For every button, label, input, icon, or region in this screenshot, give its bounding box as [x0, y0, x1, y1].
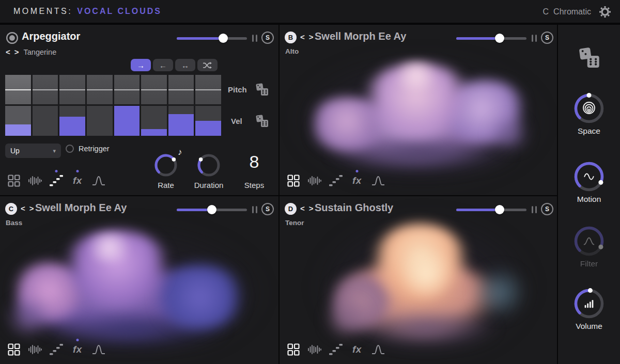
- direction-forward-button[interactable]: →: [131, 59, 151, 71]
- voice-b-badge[interactable]: B: [285, 31, 297, 43]
- tab-waveform-icon[interactable]: [28, 173, 42, 188]
- next-preset-button[interactable]: >: [14, 48, 19, 56]
- rate-knob[interactable]: [153, 153, 178, 178]
- voice-c-solo-button[interactable]: S: [261, 203, 274, 215]
- top-bar-right: C Chromatic: [543, 0, 612, 24]
- pitch-step-1[interactable]: [5, 75, 31, 104]
- volume-bars-icon: [582, 297, 596, 310]
- voice-b-solo-button[interactable]: S: [541, 31, 553, 44]
- tab-main-grid-icon[interactable]: [286, 342, 301, 357]
- rate-label: Rate: [158, 181, 174, 189]
- voice-b-part-label: Alto: [285, 48, 299, 55]
- direction-pingpong-button[interactable]: ↔: [175, 59, 195, 71]
- tab-arpeggiator-stairs-icon[interactable]: [329, 173, 343, 188]
- pitch-step-2[interactable]: [33, 75, 58, 104]
- voice-b-preset-name[interactable]: Swell Morph Ee Ay: [315, 30, 406, 42]
- voice-d-solo-button[interactable]: S: [541, 203, 553, 215]
- tab-waveform-icon[interactable]: [28, 342, 42, 357]
- tab-fx-icon[interactable]: fx: [350, 173, 364, 188]
- note-sync-icon[interactable]: ♪: [178, 147, 182, 157]
- arp-direction-buttons: → ← ↔: [131, 59, 218, 71]
- pitch-step-7[interactable]: [168, 75, 194, 104]
- velocity-lane: [5, 106, 221, 136]
- randomize-pitch-dice-icon[interactable]: [255, 83, 269, 99]
- retrigger-toggle[interactable]: Retrigger: [66, 145, 110, 153]
- direction-random-button[interactable]: [197, 59, 218, 71]
- tab-waveform-icon[interactable]: [307, 342, 322, 357]
- vel-step-6[interactable]: [141, 106, 167, 136]
- vel-step-8[interactable]: [195, 106, 221, 136]
- filter-knob[interactable]: [573, 225, 605, 257]
- fx-enabled-dot: [76, 170, 79, 172]
- voice-a-solo-button[interactable]: S: [261, 31, 274, 44]
- duration-knob[interactable]: [196, 153, 221, 178]
- voice-d-preset-name[interactable]: Sustain Ghostly: [315, 202, 393, 214]
- cloud-blob: [396, 250, 457, 297]
- voice-d-page-tabs: fx: [286, 342, 385, 357]
- voice-c-badge[interactable]: C: [5, 203, 17, 215]
- pitch-lane-label: Pitch: [228, 85, 247, 94]
- next-preset-button[interactable]: >: [29, 204, 34, 213]
- voice-c-level-slider[interactable]: [177, 205, 247, 214]
- vel-step-3[interactable]: [59, 106, 85, 136]
- arp-preset-name[interactable]: Tangerine: [24, 48, 57, 56]
- voice-c-preset-name[interactable]: Swell Morph Ee Ay: [35, 202, 127, 214]
- tab-envelope-icon[interactable]: [91, 342, 106, 357]
- voice-d-level-slider[interactable]: [456, 205, 526, 214]
- tab-main-grid-icon[interactable]: [7, 342, 21, 357]
- arp-mode-dropdown[interactable]: Up ▾: [5, 144, 61, 158]
- randomize-all-dice-icon[interactable]: [577, 46, 601, 72]
- arp-mode-value: Up: [10, 147, 53, 155]
- tab-envelope-icon[interactable]: [91, 173, 106, 188]
- tab-fx-icon[interactable]: fx: [70, 342, 85, 357]
- vel-step-7[interactable]: [168, 106, 194, 136]
- space-knob[interactable]: [573, 92, 605, 124]
- voice-a-indicator-icon[interactable]: [6, 31, 19, 46]
- voice-c-part-label: Bass: [6, 219, 22, 227]
- pitch-step-5[interactable]: [114, 75, 140, 104]
- duration-label: Duration: [194, 181, 224, 189]
- retrigger-label: Retrigger: [79, 145, 110, 153]
- pitch-step-8[interactable]: [195, 75, 221, 104]
- tab-envelope-icon[interactable]: [371, 342, 385, 357]
- preset-pack-title: VOCAL CLOUDS: [77, 7, 162, 16]
- pitch-step-6[interactable]: [141, 75, 167, 104]
- tab-main-grid-icon[interactable]: [286, 173, 301, 188]
- prev-preset-button[interactable]: <: [300, 33, 305, 41]
- voice-d-badge[interactable]: D: [285, 203, 297, 215]
- prev-preset-button[interactable]: <: [6, 48, 10, 56]
- volume-knob[interactable]: [573, 288, 605, 320]
- vel-step-4[interactable]: [87, 106, 113, 136]
- tab-envelope-icon[interactable]: [371, 173, 385, 188]
- vel-step-2[interactable]: [33, 106, 58, 136]
- next-preset-button[interactable]: >: [309, 33, 314, 41]
- steps-value[interactable]: 8: [250, 152, 259, 172]
- direction-backward-button[interactable]: ←: [153, 59, 173, 71]
- tab-arpeggiator-stairs-icon[interactable]: [49, 173, 64, 188]
- tab-arpeggiator-stairs-icon[interactable]: [49, 342, 64, 357]
- voice-b-level-slider[interactable]: [456, 34, 526, 43]
- pitch-step-4[interactable]: [87, 75, 113, 104]
- pitch-step-3[interactable]: [59, 75, 85, 104]
- tab-waveform-icon[interactable]: [307, 173, 322, 188]
- cloud-blob: [322, 300, 371, 338]
- randomize-vel-dice-icon[interactable]: [255, 114, 269, 130]
- tab-main-grid-icon[interactable]: [7, 173, 21, 188]
- voice-panel-b: B < > Swell Morph Ee Ay Alto S: [280, 25, 557, 195]
- cloud-image-alto: [299, 61, 538, 181]
- voice-a-page-tabs: fx: [7, 173, 106, 188]
- key-scale-selector[interactable]: C Chromatic: [543, 7, 591, 17]
- prev-preset-button[interactable]: <: [21, 204, 25, 213]
- tab-fx-icon[interactable]: fx: [350, 342, 364, 357]
- prev-preset-button[interactable]: <: [300, 204, 305, 213]
- vel-step-1[interactable]: [5, 106, 31, 136]
- settings-gear-icon[interactable]: [598, 5, 612, 19]
- vel-step-5[interactable]: [114, 106, 140, 136]
- filter-label: Filter: [580, 259, 598, 268]
- tab-arpeggiator-stairs-icon[interactable]: [329, 342, 343, 357]
- tab-fx-icon[interactable]: fx: [70, 173, 85, 188]
- voice-a-level-slider[interactable]: [177, 34, 247, 43]
- next-preset-button[interactable]: >: [309, 204, 314, 213]
- motion-knob[interactable]: [573, 161, 605, 193]
- motion-sine-icon: [582, 170, 596, 183]
